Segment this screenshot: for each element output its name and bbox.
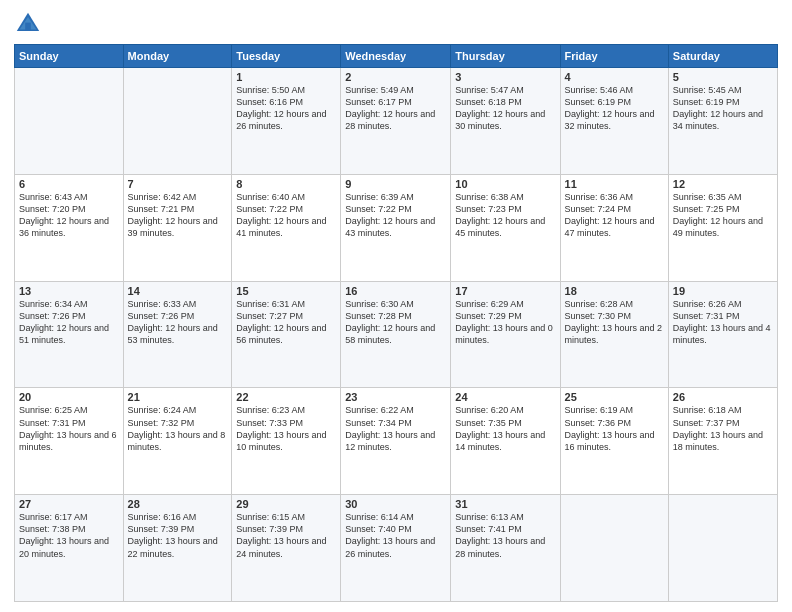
day-info: Sunrise: 6:19 AM Sunset: 7:36 PM Dayligh… [565,404,664,453]
day-info: Sunrise: 6:18 AM Sunset: 7:37 PM Dayligh… [673,404,773,453]
calendar-cell: 30Sunrise: 6:14 AM Sunset: 7:40 PM Dayli… [341,495,451,602]
day-info: Sunrise: 6:13 AM Sunset: 7:41 PM Dayligh… [455,511,555,560]
day-number: 13 [19,285,119,297]
logo [14,10,46,38]
day-number: 29 [236,498,336,510]
day-info: Sunrise: 6:28 AM Sunset: 7:30 PM Dayligh… [565,298,664,347]
calendar-cell: 3Sunrise: 5:47 AM Sunset: 6:18 PM Daylig… [451,68,560,175]
calendar-header: Sunday Monday Tuesday Wednesday Thursday… [15,45,778,68]
calendar-cell: 21Sunrise: 6:24 AM Sunset: 7:32 PM Dayli… [123,388,232,495]
calendar-week-row: 6Sunrise: 6:43 AM Sunset: 7:20 PM Daylig… [15,174,778,281]
day-info: Sunrise: 6:40 AM Sunset: 7:22 PM Dayligh… [236,191,336,240]
calendar-week-row: 13Sunrise: 6:34 AM Sunset: 7:26 PM Dayli… [15,281,778,388]
calendar-table: Sunday Monday Tuesday Wednesday Thursday… [14,44,778,602]
day-number: 10 [455,178,555,190]
calendar-week-row: 20Sunrise: 6:25 AM Sunset: 7:31 PM Dayli… [15,388,778,495]
day-number: 16 [345,285,446,297]
page: Sunday Monday Tuesday Wednesday Thursday… [0,0,792,612]
calendar-cell: 7Sunrise: 6:42 AM Sunset: 7:21 PM Daylig… [123,174,232,281]
day-info: Sunrise: 6:24 AM Sunset: 7:32 PM Dayligh… [128,404,228,453]
calendar-cell: 19Sunrise: 6:26 AM Sunset: 7:31 PM Dayli… [668,281,777,388]
day-info: Sunrise: 6:36 AM Sunset: 7:24 PM Dayligh… [565,191,664,240]
day-number: 5 [673,71,773,83]
calendar-cell: 1Sunrise: 5:50 AM Sunset: 6:16 PM Daylig… [232,68,341,175]
calendar-cell: 2Sunrise: 5:49 AM Sunset: 6:17 PM Daylig… [341,68,451,175]
day-number: 31 [455,498,555,510]
day-number: 26 [673,391,773,403]
day-info: Sunrise: 6:38 AM Sunset: 7:23 PM Dayligh… [455,191,555,240]
calendar-cell: 28Sunrise: 6:16 AM Sunset: 7:39 PM Dayli… [123,495,232,602]
day-info: Sunrise: 6:15 AM Sunset: 7:39 PM Dayligh… [236,511,336,560]
day-number: 2 [345,71,446,83]
day-number: 23 [345,391,446,403]
calendar-cell [560,495,668,602]
day-info: Sunrise: 6:39 AM Sunset: 7:22 PM Dayligh… [345,191,446,240]
day-info: Sunrise: 6:42 AM Sunset: 7:21 PM Dayligh… [128,191,228,240]
calendar-cell: 9Sunrise: 6:39 AM Sunset: 7:22 PM Daylig… [341,174,451,281]
col-friday: Friday [560,45,668,68]
calendar-cell: 24Sunrise: 6:20 AM Sunset: 7:35 PM Dayli… [451,388,560,495]
calendar-cell: 6Sunrise: 6:43 AM Sunset: 7:20 PM Daylig… [15,174,124,281]
day-number: 21 [128,391,228,403]
calendar-cell: 16Sunrise: 6:30 AM Sunset: 7:28 PM Dayli… [341,281,451,388]
calendar-cell: 22Sunrise: 6:23 AM Sunset: 7:33 PM Dayli… [232,388,341,495]
day-number: 11 [565,178,664,190]
col-tuesday: Tuesday [232,45,341,68]
calendar-cell [668,495,777,602]
day-number: 6 [19,178,119,190]
calendar-cell: 10Sunrise: 6:38 AM Sunset: 7:23 PM Dayli… [451,174,560,281]
logo-icon [14,10,42,38]
day-info: Sunrise: 6:29 AM Sunset: 7:29 PM Dayligh… [455,298,555,347]
day-info: Sunrise: 6:35 AM Sunset: 7:25 PM Dayligh… [673,191,773,240]
day-info: Sunrise: 6:31 AM Sunset: 7:27 PM Dayligh… [236,298,336,347]
day-number: 30 [345,498,446,510]
calendar-cell: 13Sunrise: 6:34 AM Sunset: 7:26 PM Dayli… [15,281,124,388]
calendar-cell [15,68,124,175]
calendar-cell: 14Sunrise: 6:33 AM Sunset: 7:26 PM Dayli… [123,281,232,388]
day-number: 14 [128,285,228,297]
day-info: Sunrise: 6:22 AM Sunset: 7:34 PM Dayligh… [345,404,446,453]
calendar-body: 1Sunrise: 5:50 AM Sunset: 6:16 PM Daylig… [15,68,778,602]
calendar-cell: 23Sunrise: 6:22 AM Sunset: 7:34 PM Dayli… [341,388,451,495]
calendar-cell: 31Sunrise: 6:13 AM Sunset: 7:41 PM Dayli… [451,495,560,602]
day-info: Sunrise: 6:23 AM Sunset: 7:33 PM Dayligh… [236,404,336,453]
day-number: 17 [455,285,555,297]
calendar-cell: 17Sunrise: 6:29 AM Sunset: 7:29 PM Dayli… [451,281,560,388]
day-number: 1 [236,71,336,83]
calendar-cell: 20Sunrise: 6:25 AM Sunset: 7:31 PM Dayli… [15,388,124,495]
calendar-cell: 18Sunrise: 6:28 AM Sunset: 7:30 PM Dayli… [560,281,668,388]
day-info: Sunrise: 5:45 AM Sunset: 6:19 PM Dayligh… [673,84,773,133]
calendar-cell: 4Sunrise: 5:46 AM Sunset: 6:19 PM Daylig… [560,68,668,175]
calendar-cell: 26Sunrise: 6:18 AM Sunset: 7:37 PM Dayli… [668,388,777,495]
day-number: 24 [455,391,555,403]
day-number: 3 [455,71,555,83]
day-info: Sunrise: 6:43 AM Sunset: 7:20 PM Dayligh… [19,191,119,240]
calendar-cell: 15Sunrise: 6:31 AM Sunset: 7:27 PM Dayli… [232,281,341,388]
day-number: 25 [565,391,664,403]
calendar-cell: 27Sunrise: 6:17 AM Sunset: 7:38 PM Dayli… [15,495,124,602]
calendar-cell [123,68,232,175]
col-saturday: Saturday [668,45,777,68]
weekday-row: Sunday Monday Tuesday Wednesday Thursday… [15,45,778,68]
day-info: Sunrise: 6:26 AM Sunset: 7:31 PM Dayligh… [673,298,773,347]
day-number: 7 [128,178,228,190]
calendar-cell: 11Sunrise: 6:36 AM Sunset: 7:24 PM Dayli… [560,174,668,281]
day-number: 4 [565,71,664,83]
calendar-cell: 5Sunrise: 5:45 AM Sunset: 6:19 PM Daylig… [668,68,777,175]
calendar-week-row: 27Sunrise: 6:17 AM Sunset: 7:38 PM Dayli… [15,495,778,602]
day-number: 20 [19,391,119,403]
day-info: Sunrise: 6:34 AM Sunset: 7:26 PM Dayligh… [19,298,119,347]
day-number: 28 [128,498,228,510]
day-info: Sunrise: 5:47 AM Sunset: 6:18 PM Dayligh… [455,84,555,133]
calendar-cell: 8Sunrise: 6:40 AM Sunset: 7:22 PM Daylig… [232,174,341,281]
day-info: Sunrise: 6:17 AM Sunset: 7:38 PM Dayligh… [19,511,119,560]
day-number: 27 [19,498,119,510]
day-info: Sunrise: 6:14 AM Sunset: 7:40 PM Dayligh… [345,511,446,560]
day-number: 12 [673,178,773,190]
calendar-week-row: 1Sunrise: 5:50 AM Sunset: 6:16 PM Daylig… [15,68,778,175]
calendar-cell: 29Sunrise: 6:15 AM Sunset: 7:39 PM Dayli… [232,495,341,602]
day-info: Sunrise: 6:30 AM Sunset: 7:28 PM Dayligh… [345,298,446,347]
header [14,10,778,38]
day-number: 18 [565,285,664,297]
calendar-cell: 12Sunrise: 6:35 AM Sunset: 7:25 PM Dayli… [668,174,777,281]
